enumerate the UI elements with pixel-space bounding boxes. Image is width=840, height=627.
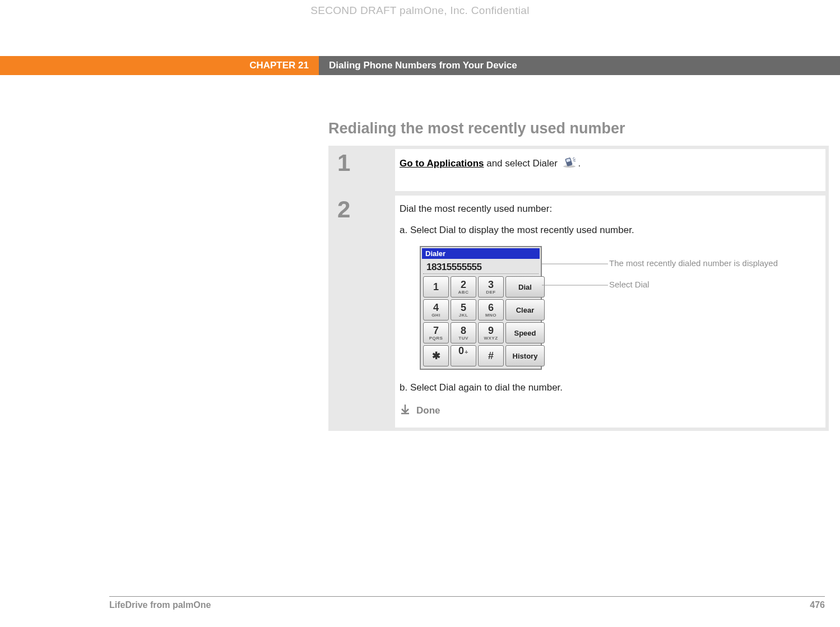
dial-button[interactable]: Dial — [505, 276, 545, 298]
key-6[interactable]: 6MNO — [478, 299, 504, 321]
key-7-digit: 7 — [433, 326, 439, 336]
step-1-period: . — [578, 158, 581, 169]
key-2[interactable]: 2ABC — [451, 276, 476, 298]
chapter-label: CHAPTER 21 — [0, 56, 319, 75]
page-footer: LifeDrive from palmOne 476 — [109, 596, 825, 610]
watermark-text: SECOND DRAFT palmOne, Inc. Confidential — [0, 4, 840, 17]
key-hash[interactable]: # — [478, 345, 504, 366]
key-0-sub: + — [465, 349, 468, 355]
key-4-digit: 4 — [433, 303, 439, 313]
footer-product: LifeDrive from palmOne — [109, 600, 211, 610]
key-5-digit: 5 — [461, 303, 466, 313]
step-1-body: Go to Applications and select Dialer . — [395, 149, 825, 191]
step-2-item-b: b. Select Dial again to dial the number. — [400, 382, 816, 393]
step-2-body: Dial the most recently used number: a. S… — [395, 196, 825, 428]
key-hash-symbol: # — [488, 351, 494, 361]
step-2-item-a: a. Select Dial to display the most recen… — [400, 225, 816, 236]
down-arrow-icon — [400, 403, 411, 417]
step-2: 2 Dial the most recently used number: a.… — [332, 196, 825, 428]
key-6-digit: 6 — [488, 303, 494, 313]
key-5-sub: JKL — [459, 313, 468, 318]
key-3-digit: 3 — [488, 280, 494, 290]
dialer-titlebar: Dialer — [422, 248, 540, 259]
callout-connector-lines — [542, 246, 609, 366]
speed-button[interactable]: Speed — [505, 322, 545, 343]
dialer-figure: Dialer 18315555555 1 2ABC 3DEF Dial 4GHI… — [420, 246, 816, 370]
key-9[interactable]: 9WXYZ — [478, 322, 504, 343]
header-bar: CHAPTER 21 Dialing Phone Numbers from Yo… — [0, 56, 840, 75]
step-1-trail: and select Dialer — [484, 158, 560, 169]
key-4[interactable]: 4GHI — [423, 299, 449, 321]
key-9-sub: WXYZ — [484, 336, 498, 341]
key-3[interactable]: 3DEF — [478, 276, 504, 298]
svg-line-3 — [573, 157, 574, 159]
done-label: Done — [416, 405, 440, 416]
dialer-phone-icon — [561, 157, 577, 171]
callout-dial-label: Select Dial — [609, 280, 649, 289]
svg-line-4 — [573, 159, 576, 160]
history-button[interactable]: History — [505, 345, 545, 366]
key-0[interactable]: 0+ — [451, 345, 476, 366]
key-5[interactable]: 5JKL — [451, 299, 476, 321]
key-1[interactable]: 1 — [423, 276, 449, 298]
key-8[interactable]: 8TUV — [451, 322, 476, 343]
chapter-title: Dialing Phone Numbers from Your Device — [319, 56, 840, 75]
go-to-applications-link[interactable]: Go to Applications — [400, 158, 484, 169]
done-indicator: Done — [400, 403, 816, 417]
key-2-sub: ABC — [458, 290, 469, 295]
step-number-2: 2 — [332, 196, 391, 428]
dialer-number-display: 18315555555 — [423, 260, 539, 274]
key-4-sub: GHI — [431, 313, 440, 318]
key-8-digit: 8 — [461, 326, 466, 336]
clear-button[interactable]: Clear — [505, 299, 545, 321]
footer-page-number: 476 — [810, 600, 825, 610]
dialer-keypad: 1 2ABC 3DEF Dial 4GHI 5JKL 6MNO Clear 7P… — [421, 276, 541, 369]
steps-panel: 1 Go to Applications and select Dialer .… — [328, 146, 829, 431]
key-9-digit: 9 — [488, 326, 494, 336]
key-2-digit: 2 — [461, 280, 466, 290]
svg-line-5 — [573, 161, 576, 161]
step-2-intro: Dial the most recently used number: — [400, 203, 816, 215]
key-6-sub: MNO — [485, 313, 496, 318]
key-star-symbol: ✱ — [432, 351, 440, 361]
section-heading: Redialing the most recently used number — [328, 120, 625, 137]
step-1: 1 Go to Applications and select Dialer . — [332, 149, 825, 191]
key-star[interactable]: ✱ — [423, 345, 449, 366]
key-7[interactable]: 7PQRS — [423, 322, 449, 343]
step-number-1: 1 — [332, 149, 391, 191]
dialer-screenshot: Dialer 18315555555 1 2ABC 3DEF Dial 4GHI… — [420, 246, 542, 370]
key-7-sub: PQRS — [429, 336, 443, 341]
key-0-digit: 0 — [458, 346, 464, 356]
key-8-sub: TUV — [458, 336, 468, 341]
key-1-digit: 1 — [433, 282, 439, 292]
key-3-sub: DEF — [486, 290, 496, 295]
callout-display-label: The most recently dialed number is displ… — [609, 258, 778, 268]
